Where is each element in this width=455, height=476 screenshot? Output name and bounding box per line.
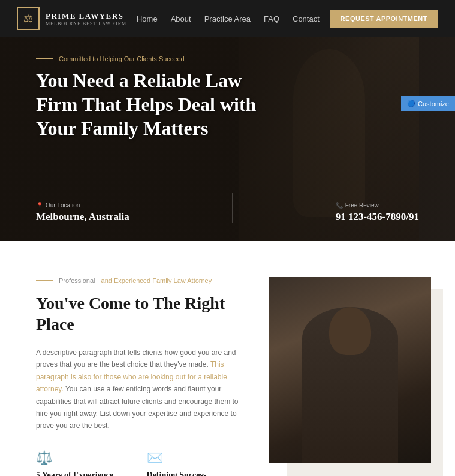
features-row: ⚖️ 5 Years of Experience Officia officii… bbox=[36, 450, 239, 476]
feature-success: ✉️ Defining Success Officia officiis vit… bbox=[147, 450, 240, 476]
hero-phone-label: 📞 Free Review bbox=[336, 202, 419, 209]
hero-location-label: 📍 Our Location bbox=[36, 202, 129, 209]
nav-item-contact[interactable]: Contact bbox=[293, 13, 320, 24]
hero-phone: 📞 Free Review 91 123-456-7890/91 bbox=[336, 202, 419, 223]
logo-text: PRIME LAWYERS MELBOURNE BEST LAW FIRM bbox=[46, 11, 126, 26]
nav-link-contact[interactable]: Contact bbox=[293, 14, 320, 23]
mail-icon: ✉️ bbox=[147, 450, 240, 466]
firm-name: PRIME LAWYERS bbox=[46, 11, 126, 21]
nav-link-home[interactable]: Home bbox=[137, 14, 158, 23]
about-subtitle: Professional and Experienced Family Law … bbox=[36, 277, 239, 284]
hero-location-value: Melbourne, Australia bbox=[36, 211, 129, 223]
hero-title: You Need a Reliable Law Firm That Helps … bbox=[36, 68, 276, 140]
nav-link-about[interactable]: About bbox=[171, 14, 191, 23]
firm-sub: MELBOURNE BEST LAW FIRM bbox=[46, 21, 126, 26]
vertical-divider bbox=[232, 193, 233, 223]
hero-section: Committed to Helping Our Clients Succeed… bbox=[0, 37, 455, 241]
nav-item-about[interactable]: About bbox=[171, 13, 191, 24]
nav-link-faq[interactable]: FAQ bbox=[264, 14, 279, 23]
about-section: Professional and Experienced Family Law … bbox=[0, 241, 455, 476]
about-desc-part1: A descriptive paragraph that tells clien… bbox=[36, 348, 236, 369]
feature-success-title: Defining Success bbox=[147, 471, 240, 476]
customize-icon: 🔵 bbox=[407, 100, 415, 107]
feature-experience: ⚖️ 5 Years of Experience Officia officii… bbox=[36, 450, 129, 476]
about-subtitle-highlight: and Experienced Family Law Attorney bbox=[101, 277, 212, 284]
logo-icon: ⚖ bbox=[17, 7, 40, 30]
about-title: You've Come to The Right Place bbox=[36, 293, 239, 335]
customize-label: Customize bbox=[418, 100, 449, 107]
about-lawyer-image bbox=[269, 277, 431, 463]
hero-content: Committed to Helping Our Clients Succeed… bbox=[0, 37, 455, 241]
logo: ⚖ PRIME LAWYERS MELBOURNE BEST LAW FIRM bbox=[17, 7, 126, 30]
hero-location: 📍 Our Location Melbourne, Australia bbox=[36, 202, 129, 223]
about-subtitle-plain: Professional bbox=[59, 277, 95, 284]
nav-links: Home About Practice Area FAQ Contact bbox=[137, 13, 320, 24]
about-right-image bbox=[269, 277, 437, 476]
hero-bottom-bar: 📍 Our Location Melbourne, Australia 📞 Fr… bbox=[36, 183, 419, 223]
nav-item-home[interactable]: Home bbox=[137, 13, 158, 24]
navigation: ⚖ PRIME LAWYERS MELBOURNE BEST LAW FIRM … bbox=[0, 0, 455, 37]
hero-phone-value: 91 123-456-7890/91 bbox=[336, 211, 419, 223]
customize-button[interactable]: 🔵 Customize bbox=[401, 96, 455, 111]
nav-item-practice[interactable]: Practice Area bbox=[204, 13, 251, 24]
scale-icon: ⚖️ bbox=[36, 450, 129, 466]
about-left-content: Professional and Experienced Family Law … bbox=[0, 277, 269, 476]
about-desc-part3: You can use a few enticing words and fla… bbox=[36, 385, 239, 430]
request-appointment-button[interactable]: REQUEST APPOINTMENT bbox=[330, 10, 438, 28]
hero-tagline: Committed to Helping Our Clients Succeed bbox=[36, 55, 419, 62]
pin-icon: 📍 bbox=[36, 202, 43, 209]
nav-item-faq[interactable]: FAQ bbox=[264, 13, 279, 24]
nav-link-practice[interactable]: Practice Area bbox=[204, 14, 251, 23]
phone-icon: 📞 bbox=[336, 202, 343, 209]
about-description: A descriptive paragraph that tells clien… bbox=[36, 347, 239, 432]
feature-experience-title: 5 Years of Experience bbox=[36, 471, 129, 476]
